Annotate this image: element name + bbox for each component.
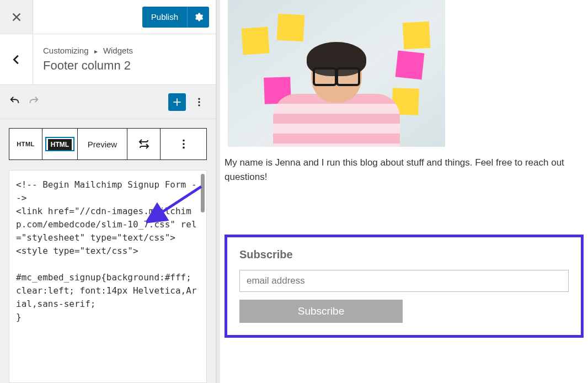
block-more-button[interactable]	[161, 129, 206, 159]
undo-button[interactable]	[9, 95, 21, 109]
svg-point-1	[198, 101, 200, 103]
subscribe-button[interactable]: Subscribe	[239, 300, 403, 323]
customizer-top-bar: Publish	[0, 0, 216, 34]
breadcrumb-leaf: Widgets	[103, 46, 133, 55]
preview-resize-handle[interactable]	[217, 0, 220, 383]
html-chip: HTML	[48, 139, 72, 150]
customizer-panel: Publish Customizing ▸ Widgets Footer col…	[0, 0, 216, 383]
publish-settings-button[interactable]	[187, 7, 209, 28]
site-preview: My name is Jenna and I run this blog abo…	[216, 0, 588, 383]
html-code-editor[interactable]: <!-- Begin Mailchimp Signup Form --> <li…	[9, 170, 207, 383]
svg-point-5	[183, 147, 185, 149]
subscribe-heading: Subscribe	[239, 248, 569, 261]
plus-icon	[172, 97, 183, 108]
breadcrumb-root: Customizing	[43, 46, 89, 55]
publish-button[interactable]: Publish	[142, 7, 209, 28]
author-photo	[228, 0, 445, 147]
block-transform-button[interactable]	[127, 129, 161, 159]
publish-button-label: Publish	[142, 12, 187, 22]
editor-workspace: HTML HTML Preview <!-- Begin Mailchimp S…	[0, 119, 216, 383]
svg-point-4	[183, 143, 185, 145]
close-icon	[10, 11, 23, 23]
editor-scrollbar[interactable]	[201, 174, 205, 212]
block-toolbar: HTML HTML Preview	[9, 128, 207, 160]
author-bio-text: My name is Jenna and I run this blog abo…	[220, 156, 588, 185]
redo-icon	[28, 95, 40, 107]
undo-icon	[9, 95, 21, 107]
block-type-label[interactable]: HTML	[9, 129, 42, 159]
transform-icon	[137, 137, 151, 151]
svg-point-2	[198, 104, 200, 106]
back-button[interactable]	[0, 34, 33, 84]
preview-mode-button[interactable]: Preview	[78, 129, 127, 159]
chevron-left-icon	[10, 54, 23, 66]
subscribe-email-input[interactable]	[239, 270, 569, 292]
editor-more-button[interactable]	[191, 97, 207, 108]
redo-button[interactable]	[28, 95, 40, 109]
subscribe-form-highlight: Subscribe Subscribe	[224, 235, 584, 338]
close-button[interactable]	[0, 0, 33, 34]
svg-point-3	[183, 140, 185, 142]
more-vertical-icon	[178, 138, 190, 150]
breadcrumb: Customizing ▸ Widgets	[43, 46, 133, 55]
html-code-content: <!-- Begin Mailchimp Signup Form --> <li…	[16, 178, 200, 324]
svg-point-0	[198, 98, 200, 99]
gear-icon	[194, 12, 204, 22]
page-title: Footer column 2	[43, 58, 133, 73]
more-vertical-icon	[194, 97, 205, 108]
html-mode-button[interactable]: HTML	[42, 129, 78, 159]
breadcrumb-row: Customizing ▸ Widgets Footer column 2	[0, 34, 216, 85]
editor-toolbar	[0, 85, 216, 119]
breadcrumb-separator: ▸	[94, 47, 98, 55]
add-block-button[interactable]	[168, 93, 186, 111]
